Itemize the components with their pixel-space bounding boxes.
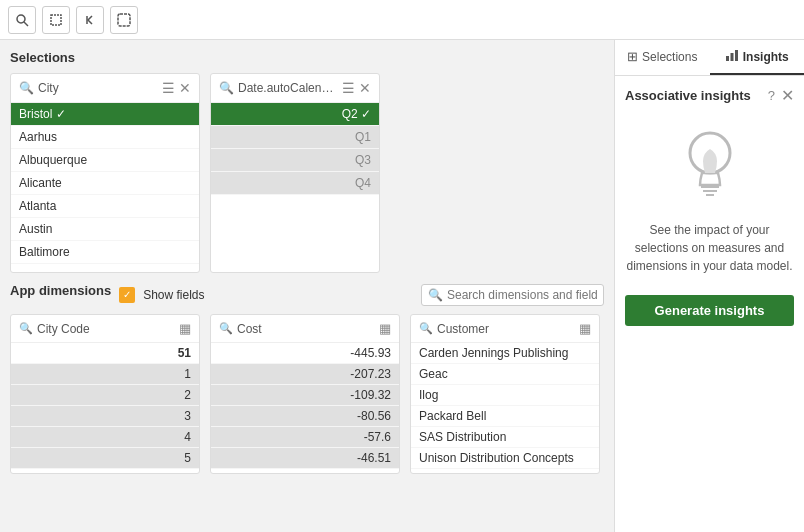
city-code-dimension-card: 🔍 City Code ▦ 51 1 2 3 4 5 [10, 314, 200, 474]
svg-point-0 [17, 15, 25, 23]
main-container: Selections 🔍 City ☰ ✕ Bristol Aarhus [0, 40, 804, 532]
list-item[interactable]: Q2 [211, 103, 379, 126]
date-filter-card: 🔍 Date.autoCalendar.... ☰ ✕ Q2 Q1 Q3 Q4 [210, 73, 380, 273]
customer-dimension-card: 🔍 Customer ▦ Carden Jennings Publishing … [410, 314, 600, 474]
list-item[interactable]: Ilog [411, 385, 599, 406]
date-filter-list: Q2 Q1 Q3 Q4 [211, 103, 379, 195]
app-dimensions-header: App dimensions ✓ Show fields 🔍 [10, 283, 604, 306]
generate-insights-button[interactable]: Generate insights [625, 295, 794, 326]
city-filter-list-icon[interactable]: ☰ [162, 80, 175, 96]
cost-menu-icon[interactable]: ▦ [379, 321, 391, 336]
list-item[interactable]: Bristol [11, 103, 199, 126]
right-panel: ⊞ Selections Insights Associative insigh… [614, 40, 804, 532]
app-dimensions-section: App dimensions ✓ Show fields 🔍 🔍 City Co… [10, 283, 604, 474]
list-item[interactable]: Q1 [211, 126, 379, 149]
filter-cards-row: 🔍 City ☰ ✕ Bristol Aarhus Albuquerque Al… [10, 73, 604, 273]
cost-list: -445.93 -207.23 -109.32 -80.56 -57.6 -46… [211, 343, 399, 469]
insights-tab-label: Insights [743, 50, 789, 64]
show-fields-checkbox[interactable]: ✓ [119, 287, 135, 303]
list-item[interactable]: 1 [11, 364, 199, 385]
date-filter-close-icon[interactable]: ✕ [359, 80, 371, 96]
city-code-search-icon: 🔍 [19, 322, 33, 335]
left-panel: Selections 🔍 City ☰ ✕ Bristol Aarhus [0, 40, 614, 532]
city-filter-title: City [38, 81, 158, 95]
list-item[interactable]: 3 [11, 406, 199, 427]
insights-tab-icon [725, 48, 739, 65]
associative-insights-title: Associative insights [625, 88, 762, 103]
city-code-menu-icon[interactable]: ▦ [179, 321, 191, 336]
city-code-header: 🔍 City Code ▦ [11, 315, 199, 343]
list-item[interactable]: -57.6 [211, 427, 399, 448]
app-dimensions-title: App dimensions [10, 283, 111, 298]
back-btn[interactable] [76, 6, 104, 34]
dimension-cards-row: 🔍 City Code ▦ 51 1 2 3 4 5 [10, 314, 604, 474]
list-item[interactable]: Aarhus [11, 126, 199, 149]
list-item[interactable]: 2 [11, 385, 199, 406]
bulb-container [625, 125, 794, 205]
insights-panel: Associative insights ? ✕ See the impact … [615, 76, 804, 532]
list-item[interactable]: Atlanta [11, 195, 199, 218]
svg-line-1 [24, 22, 28, 26]
date-filter-title: Date.autoCalendar.... [238, 81, 338, 95]
toolbar [0, 0, 804, 40]
list-item[interactable]: SAS Distribution [411, 427, 599, 448]
list-item[interactable]: 51 [11, 343, 199, 364]
search-icon-btn[interactable] [8, 6, 36, 34]
insights-description: See the impact of your selections on mea… [625, 221, 794, 275]
list-item[interactable]: Albuquerque [11, 149, 199, 172]
list-item[interactable]: Alicante [11, 172, 199, 195]
lasso-btn[interactable] [110, 6, 138, 34]
tab-selections[interactable]: ⊞ Selections [615, 40, 710, 75]
selections-title: Selections [10, 50, 604, 65]
customer-title: Customer [437, 322, 575, 336]
list-item[interactable]: Unison Distribution Concepts [411, 448, 599, 469]
selections-tab-icon: ⊞ [627, 49, 638, 64]
search-dimensions-input[interactable] [447, 288, 597, 302]
list-item[interactable]: Carden Jennings Publishing [411, 343, 599, 364]
cost-dimension-card: 🔍 Cost ▦ -445.93 -207.23 -109.32 -80.56 … [210, 314, 400, 474]
list-item[interactable]: Q4 [211, 172, 379, 195]
city-filter-actions: ☰ ✕ [162, 80, 191, 96]
search-dimensions-container: 🔍 [421, 284, 604, 306]
list-item[interactable]: -109.32 [211, 385, 399, 406]
lightbulb-icon [675, 125, 745, 205]
list-item[interactable]: -445.93 [211, 343, 399, 364]
list-item[interactable]: -80.56 [211, 406, 399, 427]
customer-list: Carden Jennings Publishing Geac Ilog Pac… [411, 343, 599, 469]
selections-area: Selections 🔍 City ☰ ✕ Bristol Aarhus [10, 50, 604, 273]
svg-rect-3 [118, 14, 130, 26]
list-item[interactable]: 5 [11, 448, 199, 469]
list-item[interactable]: -207.23 [211, 364, 399, 385]
tab-insights[interactable]: Insights [710, 40, 805, 75]
cost-search-icon: 🔍 [219, 322, 233, 335]
svg-rect-5 [730, 53, 733, 61]
select-rect-btn[interactable] [42, 6, 70, 34]
date-filter-list-icon[interactable]: ☰ [342, 80, 355, 96]
help-icon[interactable]: ? [768, 88, 775, 103]
insights-header: Associative insights ? ✕ [625, 86, 794, 105]
show-fields-label: Show fields [143, 288, 204, 302]
close-icon[interactable]: ✕ [781, 86, 794, 105]
date-search-icon: 🔍 [219, 81, 234, 95]
city-filter-close-icon[interactable]: ✕ [179, 80, 191, 96]
list-item[interactable]: Q3 [211, 149, 379, 172]
svg-rect-6 [735, 50, 738, 61]
list-item[interactable]: Baltimore [11, 241, 199, 264]
search-dimensions-icon: 🔍 [428, 288, 443, 302]
date-filter-header: 🔍 Date.autoCalendar.... ☰ ✕ [211, 74, 379, 103]
list-item[interactable]: Austin [11, 218, 199, 241]
list-item[interactable]: Geac [411, 364, 599, 385]
customer-search-icon: 🔍 [419, 322, 433, 335]
list-item[interactable]: 4 [11, 427, 199, 448]
cost-title: Cost [237, 322, 375, 336]
city-filter-card: 🔍 City ☰ ✕ Bristol Aarhus Albuquerque Al… [10, 73, 200, 273]
city-code-list: 51 1 2 3 4 5 [11, 343, 199, 469]
customer-menu-icon[interactable]: ▦ [579, 321, 591, 336]
selections-tab-label: Selections [642, 50, 697, 64]
right-panel-tabs: ⊞ Selections Insights [615, 40, 804, 76]
cost-header: 🔍 Cost ▦ [211, 315, 399, 343]
list-item[interactable]: Packard Bell [411, 406, 599, 427]
svg-rect-2 [51, 15, 61, 25]
svg-rect-4 [726, 56, 729, 61]
list-item[interactable]: -46.51 [211, 448, 399, 469]
